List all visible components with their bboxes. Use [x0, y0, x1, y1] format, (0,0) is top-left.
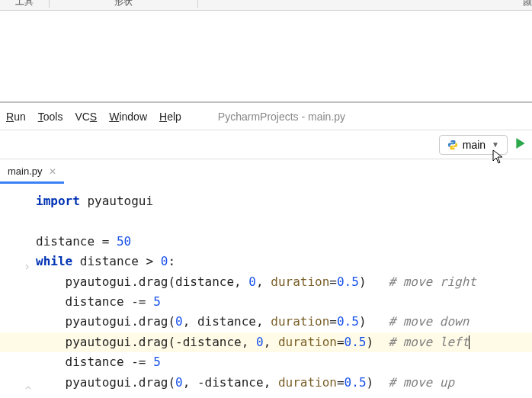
tab-label: main.py	[8, 165, 43, 177]
code-line[interactable]: distance -= 5	[0, 352, 532, 372]
code-line[interactable]: distance = 50	[0, 232, 532, 252]
toolbar-label-shape[interactable]: 形状	[50, 0, 197, 8]
run-config-label: main	[463, 139, 486, 151]
python-icon	[447, 140, 458, 150]
separator	[197, 0, 198, 8]
code-line[interactable]: pyautogui.drag(0, -distance, duration=0.…	[0, 373, 532, 393]
collapse-end-icon[interactable]	[25, 376, 31, 382]
text-caret	[469, 335, 470, 349]
code-line[interactable]: pyautogui.drag(distance, 0, duration=0.5…	[0, 272, 532, 292]
code-line[interactable]: import pyautogui	[0, 191, 532, 211]
menu-tools[interactable]: Tools	[32, 111, 69, 123]
menubar: Run Tools VCS Window Help PycharmProject…	[0, 103, 532, 130]
collapse-icon[interactable]	[25, 256, 31, 262]
toolbar: main ▼	[0, 130, 532, 159]
blank-canvas-area	[0, 11, 532, 102]
menu-run[interactable]: Run	[0, 111, 32, 123]
menu-help[interactable]: Help	[153, 111, 187, 123]
code-line-active[interactable]: pyautogui.drag(-distance, 0, duration=0.…	[0, 332, 532, 352]
run-button[interactable]	[512, 136, 529, 152]
tab-close-icon[interactable]: ✕	[49, 166, 56, 177]
tab-main-py[interactable]: main.py ✕	[0, 161, 64, 184]
toolbar-label-color[interactable]: 颜	[508, 0, 532, 8]
code-line[interactable]: distance -= 5	[0, 292, 532, 312]
project-title: PycharmProjects - main.py	[218, 111, 345, 123]
menu-window[interactable]: Window	[103, 111, 153, 123]
top-toolbar: 工具 形状 颜	[0, 0, 532, 11]
code-editor[interactable]: import pyautogui distance = 50 while dis…	[0, 184, 532, 393]
tab-bar: main.py ✕	[0, 159, 532, 184]
chevron-down-icon: ▼	[492, 140, 499, 149]
menu-vcs[interactable]: VCS	[69, 111, 103, 123]
code-line[interactable]	[0, 211, 532, 231]
mouse-cursor	[492, 149, 505, 168]
code-line[interactable]: while distance > 0:	[0, 252, 532, 271]
code-line[interactable]: pyautogui.drag(0, distance, duration=0.5…	[0, 312, 532, 332]
toolbar-label-tools[interactable]: 工具	[0, 0, 49, 8]
